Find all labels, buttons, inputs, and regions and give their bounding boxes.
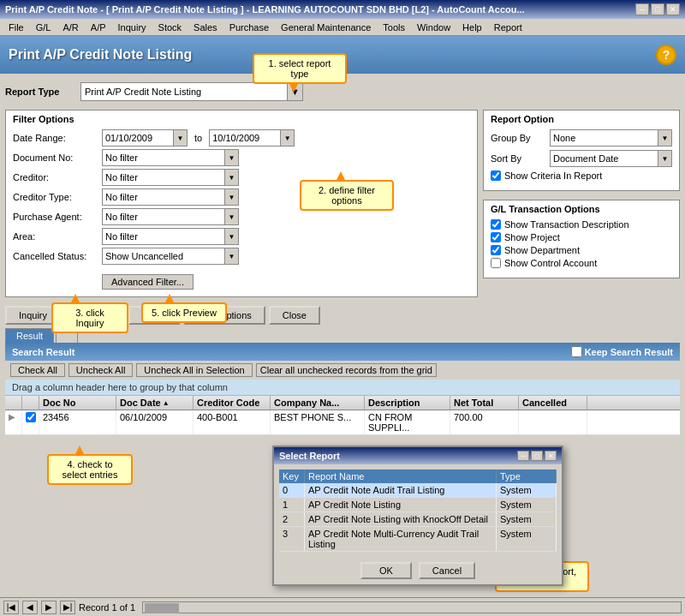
dialog-row-name-0: AP Credit Note Audit Trail Listing bbox=[305, 483, 497, 497]
inquiry-button[interactable]: Inquiry bbox=[5, 306, 61, 325]
menu-item-inquiry[interactable]: Inquiry bbox=[113, 21, 152, 33]
sort-by-combo[interactable]: Document Date ▼ bbox=[550, 150, 672, 167]
dialog-row-key-2: 2 bbox=[279, 512, 305, 526]
main-content: Report Type Print A/P Credit Note Listin… bbox=[0, 74, 685, 440]
sort-by-dropdown[interactable]: ▼ bbox=[658, 151, 671, 166]
title-bar: Print A/P Credit Note - [ Print A/P Cred… bbox=[0, 0, 685, 19]
group-by-combo[interactable]: None ▼ bbox=[550, 129, 672, 147]
gl-checkbox-0[interactable] bbox=[491, 219, 501, 230]
dialog-row-key-0: 0 bbox=[279, 483, 305, 497]
menu-item-tools[interactable]: Tools bbox=[378, 21, 410, 33]
menu-item-help[interactable]: Help bbox=[457, 21, 487, 33]
maximize-button[interactable]: □ bbox=[651, 3, 664, 15]
help-button[interactable]: ? bbox=[656, 45, 676, 65]
area-combo[interactable]: No filter ▼ bbox=[102, 228, 239, 245]
to-label: to bbox=[194, 133, 202, 143]
menu-item-window[interactable]: Window bbox=[412, 21, 456, 33]
dialog-grid-header: Key Report Name Type bbox=[279, 469, 557, 483]
date-from-combo[interactable]: 01/10/2009 ▼ bbox=[102, 129, 188, 147]
col-cancelled[interactable]: Cancelled bbox=[519, 396, 587, 410]
group-by-dropdown[interactable]: ▼ bbox=[658, 130, 671, 146]
doc-no-dropdown[interactable]: ▼ bbox=[224, 150, 238, 165]
next-record-button[interactable]: ▶ bbox=[41, 601, 57, 614]
uncheck-all-in-selection-button[interactable]: Uncheck All in Selection bbox=[136, 363, 252, 377]
date-to-dropdown[interactable]: ▼ bbox=[280, 130, 294, 146]
preview-button[interactable]: Preview bbox=[64, 306, 125, 325]
menu-item-a/r[interactable]: A/R bbox=[57, 21, 83, 33]
gl-checkbox-1[interactable] bbox=[491, 232, 501, 242]
creditor-dropdown[interactable]: ▼ bbox=[224, 170, 238, 185]
doc-no-combo[interactable]: No filter ▼ bbox=[102, 149, 239, 166]
show-criteria-label: Show Criteria In Report bbox=[504, 170, 602, 181]
menu-item-stock[interactable]: Stock bbox=[153, 21, 188, 33]
result-tab[interactable]: Result bbox=[5, 328, 54, 343]
creditor-type-dropdown[interactable]: ▼ bbox=[224, 189, 238, 205]
dialog-minimize-button[interactable]: ─ bbox=[517, 451, 529, 461]
cancelled-status-combo[interactable]: Show Uncancelled ▼ bbox=[102, 248, 239, 265]
close-button[interactable]: ✕ bbox=[666, 3, 680, 15]
gl-checkbox-2[interactable] bbox=[491, 245, 501, 255]
date-to-value: 10/10/2009 bbox=[210, 132, 280, 144]
dialog-row-0[interactable]: 0 AP Credit Note Audit Trail Listing Sys… bbox=[279, 483, 557, 498]
dialog-cancel-button[interactable]: Cancel bbox=[419, 562, 475, 579]
row-checkbox[interactable] bbox=[26, 412, 36, 422]
dialog-ok-button[interactable]: OK bbox=[360, 562, 412, 579]
check-all-button[interactable]: Check All bbox=[10, 363, 65, 377]
dialog-row-name-1: AP Credit Note Listing bbox=[305, 498, 497, 511]
area-dropdown[interactable]: ▼ bbox=[224, 229, 238, 244]
first-record-button[interactable]: |◀ bbox=[3, 601, 19, 614]
date-to-combo[interactable]: 10/10/2009 ▼ bbox=[209, 129, 295, 147]
creditor-combo[interactable]: No filter ▼ bbox=[102, 169, 239, 186]
dialog-maximize-button[interactable]: □ bbox=[531, 451, 543, 461]
date-range-row: Date Range: 01/10/2009 ▼ to 10/10/2009 ▼ bbox=[13, 129, 470, 147]
menu-item-general-maintenance[interactable]: General Maintenance bbox=[276, 21, 376, 33]
col-creditor-code[interactable]: Creditor Code bbox=[194, 396, 271, 410]
report-type-dropdown-btn[interactable]: ▼ bbox=[287, 83, 302, 100]
select-report-dialog[interactable]: Select Report ─ □ ✕ Key Report Name Type… bbox=[272, 446, 563, 586]
row-checkbox-cell[interactable] bbox=[22, 410, 39, 434]
keep-search-checkbox[interactable] bbox=[571, 346, 582, 357]
creditor-label: Creditor: bbox=[13, 172, 98, 182]
gl-option-2: Show Department bbox=[491, 245, 672, 255]
minimize-button[interactable]: ─ bbox=[635, 3, 649, 15]
col-description[interactable]: Description bbox=[365, 396, 450, 410]
print-button[interactable]: Print bbox=[128, 306, 180, 325]
record-count: Record 1 of 1 bbox=[79, 602, 135, 613]
hide-options-button[interactable]: Hide Options bbox=[183, 306, 265, 325]
close-button[interactable]: Close bbox=[269, 306, 320, 325]
gl-checkbox-3[interactable] bbox=[491, 258, 501, 268]
dialog-row-2[interactable]: 2 AP Credit Note Listing with KnockOff D… bbox=[279, 512, 557, 527]
advanced-filter-button[interactable]: Advanced Filter... bbox=[102, 274, 194, 290]
area-label: Area: bbox=[13, 231, 98, 242]
col-company-name[interactable]: Company Na... bbox=[271, 396, 365, 410]
dialog-row-1[interactable]: 1 AP Credit Note Listing System bbox=[279, 498, 557, 512]
dialog-row-3[interactable]: 3 AP Credit Note Multi-Currency Audit Tr… bbox=[279, 527, 557, 552]
col-doc-no[interactable]: Doc No bbox=[39, 396, 116, 410]
date-from-dropdown[interactable]: ▼ bbox=[173, 130, 187, 146]
dialog-row-type-2: System bbox=[497, 512, 557, 526]
cancelled-status-dropdown[interactable]: ▼ bbox=[224, 248, 238, 264]
clear-unchecked-button[interactable]: Clear all unchecked records from the gri… bbox=[256, 363, 437, 377]
menu-item-report[interactable]: Report bbox=[489, 21, 527, 33]
last-record-button[interactable]: ▶| bbox=[60, 601, 75, 614]
report-type-combo[interactable]: Print A/P Credit Note Listing ▼ bbox=[80, 82, 303, 101]
menu-item-sales[interactable]: Sales bbox=[188, 21, 223, 33]
show-criteria-checkbox[interactable] bbox=[491, 170, 501, 181]
col-doc-date[interactable]: Doc Date ▲ bbox=[116, 396, 194, 410]
menu-item-g/l[interactable]: G/L bbox=[31, 21, 57, 33]
menu-item-purchase[interactable]: Purchase bbox=[224, 21, 274, 33]
criteria-tab[interactable] bbox=[56, 328, 78, 343]
filter-options-title: Filter Options bbox=[13, 114, 470, 124]
dialog-col-name: Report Name bbox=[305, 469, 497, 483]
dialog-close-button[interactable]: ✕ bbox=[545, 451, 557, 461]
purchase-agent-dropdown[interactable]: ▼ bbox=[224, 209, 238, 224]
uncheck-all-button[interactable]: Uncheck All bbox=[68, 363, 133, 377]
menu-item-a/p[interactable]: A/P bbox=[86, 21, 111, 33]
col-net-total[interactable]: Net Total bbox=[450, 396, 519, 410]
dialog-col-type: Type bbox=[497, 469, 557, 483]
prev-record-button[interactable]: ◀ bbox=[22, 601, 38, 614]
show-criteria-row: Show Criteria In Report bbox=[491, 170, 672, 181]
purchase-agent-combo[interactable]: No filter ▼ bbox=[102, 208, 239, 225]
menu-item-file[interactable]: File bbox=[3, 21, 29, 33]
creditor-type-combo[interactable]: No filter ▼ bbox=[102, 188, 239, 206]
